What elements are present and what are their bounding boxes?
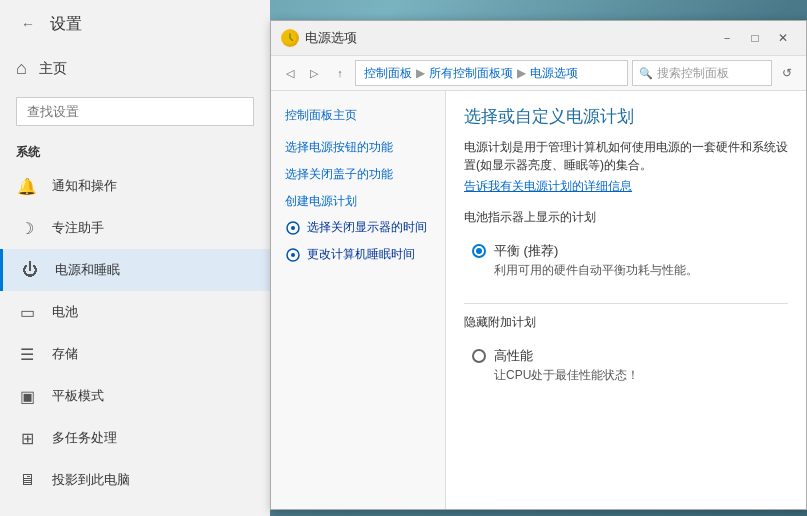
nav-arrows: ◁ ▷ — [279, 62, 325, 84]
power-sidebar: 控制面板主页 选择电源按钮的功能 选择关闭盖子的功能 创建电源计划 选择关闭显示… — [271, 91, 446, 509]
nav-label-storage: 存储 — [52, 345, 78, 363]
plan-balanced-name: 平衡 (推荐) — [494, 242, 698, 260]
back-button[interactable]: ← — [16, 12, 40, 36]
plan-performance-name: 高性能 — [494, 347, 639, 365]
nav-label-power: 电源和睡眠 — [55, 261, 120, 279]
nav-item-focus[interactable]: ☽ 专注助手 — [0, 207, 270, 249]
path-power-options[interactable]: 电源选项 — [530, 65, 578, 82]
system-section-label: 系统 — [0, 134, 270, 165]
window-title: 电源选项 — [305, 29, 708, 47]
hidden-plans-section: 隐藏附加计划 高性能 让CPU处于最佳性能状态！ — [464, 303, 788, 392]
close-button[interactable]: ✕ — [770, 27, 796, 49]
power-main-title: 选择或自定义电源计划 — [464, 105, 788, 128]
nav-label-notification: 通知和操作 — [52, 177, 117, 195]
sidebar-home-link[interactable]: 控制面板主页 — [271, 103, 445, 128]
settings-panel: ← 设置 ⌂ 主页 系统 🔔 通知和操作 ☽ 专注助手 ⏻ 电源和睡眠 ▭ 电池… — [0, 0, 270, 516]
sidebar-link-display-off[interactable]: 选择关闭显示器的时间 — [271, 214, 445, 241]
battery-section-title: 电池指示器上显示的计划 — [464, 209, 788, 226]
sidebar-link-create-plan[interactable]: 创建电源计划 — [271, 188, 445, 215]
settings-title: 设置 — [50, 14, 82, 35]
nav-item-power[interactable]: ⏻ 电源和睡眠 — [0, 249, 270, 291]
plan-balanced-info: 平衡 (推荐) 利用可用的硬件自动平衡功耗与性能。 — [494, 242, 698, 279]
tablet-icon: ▣ — [16, 385, 38, 407]
storage-icon: ☰ — [16, 343, 38, 365]
nav-label-focus: 专注助手 — [52, 219, 104, 237]
power-icon: ⏻ — [19, 259, 41, 281]
forward-arrow[interactable]: ▷ — [303, 62, 325, 84]
nav-item-tablet[interactable]: ▣ 平板模式 — [0, 375, 270, 417]
nav-label-tablet: 平板模式 — [52, 387, 104, 405]
address-search[interactable]: 🔍 搜索控制面板 — [632, 60, 772, 86]
multitask-icon: ⊞ — [16, 427, 38, 449]
focus-icon: ☽ — [16, 217, 38, 239]
sidebar-link-power-button[interactable]: 选择电源按钮的功能 — [271, 134, 445, 161]
sidebar-label-create-plan: 创建电源计划 — [285, 193, 357, 210]
power-options-window: 电源选项 － □ ✕ ◁ ▷ ↑ 控制面板 ▶ 所有控制面板项 ▶ 电源选项 🔍… — [270, 20, 807, 510]
nav-item-storage[interactable]: ☰ 存储 — [0, 333, 270, 375]
radio-dot-balanced — [476, 248, 482, 254]
path-controlpanel[interactable]: 控制面板 — [364, 65, 412, 82]
hidden-plans-title: 隐藏附加计划 — [464, 314, 788, 331]
notification-icon: 🔔 — [16, 175, 38, 197]
radio-performance[interactable] — [472, 349, 486, 363]
display-icon — [285, 220, 301, 236]
power-main-content: 选择或自定义电源计划 电源计划是用于管理计算机如何使用电源的一套硬件和系统设置(… — [446, 91, 806, 509]
window-icon — [281, 29, 299, 47]
refresh-button[interactable]: ↺ — [776, 62, 798, 84]
sidebar-label-lid: 选择关闭盖子的功能 — [285, 166, 393, 183]
sidebar-label-power-button: 选择电源按钮的功能 — [285, 139, 393, 156]
project-icon: 🖥 — [16, 469, 38, 491]
address-path[interactable]: 控制面板 ▶ 所有控制面板项 ▶ 电源选项 — [355, 60, 628, 86]
nav-item-battery[interactable]: ▭ 电池 — [0, 291, 270, 333]
sidebar-label-sleep-time: 更改计算机睡眠时间 — [307, 246, 415, 263]
battery-icon: ▭ — [16, 301, 38, 323]
path-all-items[interactable]: 所有控制面板项 — [429, 65, 513, 82]
path-sep-2: ▶ — [517, 66, 526, 80]
minimize-button[interactable]: － — [714, 27, 740, 49]
maximize-button[interactable]: □ — [742, 27, 768, 49]
nav-label-battery: 电池 — [52, 303, 78, 321]
settings-header: ← 设置 — [0, 0, 270, 48]
window-body: 控制面板主页 选择电源按钮的功能 选择关闭盖子的功能 创建电源计划 选择关闭显示… — [271, 91, 806, 509]
address-bar: ◁ ▷ ↑ 控制面板 ▶ 所有控制面板项 ▶ 电源选项 🔍 搜索控制面板 ↺ — [271, 56, 806, 91]
back-arrow[interactable]: ◁ — [279, 62, 301, 84]
plan-performance-desc: 让CPU处于最佳性能状态！ — [494, 367, 639, 384]
window-controls: － □ ✕ — [714, 27, 796, 49]
sidebar-label-display-off: 选择关闭显示器的时间 — [307, 219, 427, 236]
nav-item-multitask[interactable]: ⊞ 多任务处理 — [0, 417, 270, 459]
home-nav-item[interactable]: ⌂ 主页 — [0, 48, 270, 89]
svg-point-2 — [291, 226, 295, 230]
svg-point-4 — [291, 253, 295, 257]
plan-balanced[interactable]: 平衡 (推荐) 利用可用的硬件自动平衡功耗与性能。 — [464, 234, 788, 287]
search-placeholder: 搜索控制面板 — [657, 65, 729, 82]
sidebar-link-lid[interactable]: 选择关闭盖子的功能 — [271, 161, 445, 188]
nav-item-notification[interactable]: 🔔 通知和操作 — [0, 165, 270, 207]
detail-link[interactable]: 告诉我有关电源计划的详细信息 — [464, 178, 788, 195]
nav-label-project: 投影到此电脑 — [52, 471, 130, 489]
up-button[interactable]: ↑ — [329, 62, 351, 84]
radio-balanced[interactable] — [472, 244, 486, 258]
path-sep-1: ▶ — [416, 66, 425, 80]
plan-performance-info: 高性能 让CPU处于最佳性能状态！ — [494, 347, 639, 384]
power-description: 电源计划是用于管理计算机如何使用电源的一套硬件和系统设置(如显示器亮度、睡眠等)… — [464, 138, 788, 174]
home-label: 主页 — [39, 60, 67, 78]
home-icon: ⌂ — [16, 58, 27, 79]
sleep-icon — [285, 247, 301, 263]
window-titlebar: 电源选项 － □ ✕ — [271, 21, 806, 56]
search-icon: 🔍 — [639, 67, 653, 80]
plan-balanced-desc: 利用可用的硬件自动平衡功耗与性能。 — [494, 262, 698, 279]
sidebar-link-sleep-time[interactable]: 更改计算机睡眠时间 — [271, 241, 445, 268]
nav-item-project[interactable]: 🖥 投影到此电脑 — [0, 459, 270, 501]
nav-label-multitask: 多任务处理 — [52, 429, 117, 447]
search-input[interactable] — [16, 97, 254, 126]
plan-performance[interactable]: 高性能 让CPU处于最佳性能状态！ — [464, 339, 788, 392]
